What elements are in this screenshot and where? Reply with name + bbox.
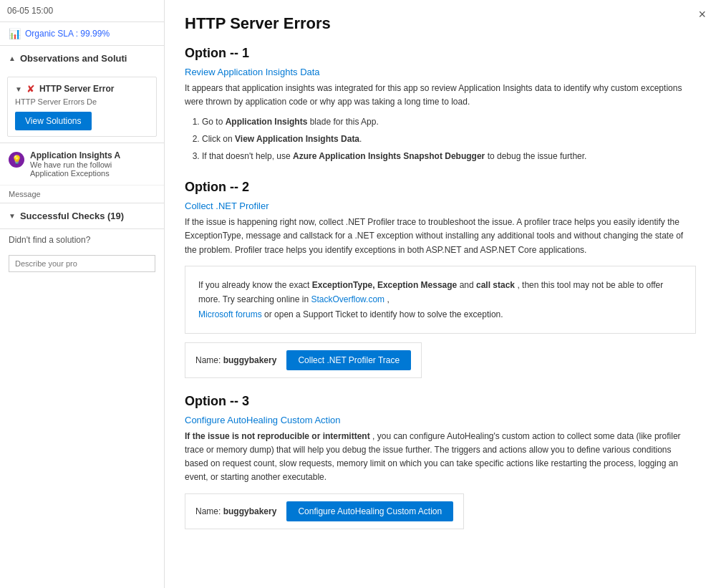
step3: If that doesn't help, use Azure Applicat…: [202, 149, 696, 165]
chart-icon: 📊: [9, 28, 21, 39]
callout-text-middle: and: [460, 280, 476, 290]
chevron-down-icon: ▼: [9, 212, 16, 220]
step1-bold: Application Insights: [226, 117, 308, 127]
microsoft-forums-link[interactable]: Microsoft forums: [198, 309, 262, 319]
successful-section[interactable]: ▼ Successful Checks (19): [0, 203, 164, 228]
describe-input[interactable]: [9, 255, 155, 272]
option3-section: Option -- 3 Configure AutoHealing Custom…: [185, 394, 696, 529]
insights-desc2: Application Exceptions: [30, 169, 120, 178]
view-solutions-button[interactable]: View Solutions: [15, 112, 92, 130]
option1-heading: Option -- 1: [185, 46, 696, 61]
http-error-desc: HTTP Server Errors De: [15, 97, 149, 106]
successful-label: Successful Checks (19): [20, 211, 124, 221]
option3-bold-part: If the issue is not reproducible or inte…: [185, 431, 370, 441]
option1-subtitle: Review Application Insights Data: [185, 67, 696, 77]
expand-chevron-icon[interactable]: ▼: [15, 85, 22, 93]
obs-title-row: ▼ ✘ HTTP Server Error: [15, 83, 149, 95]
option2-action-row: Name: buggybakery Collect .NET Profiler …: [185, 342, 422, 378]
sla-text: Organic SLA : 99.99%: [25, 29, 110, 39]
step2: Click on View Application Insights Data.: [202, 132, 696, 148]
insights-desc1: We have run the followi: [30, 160, 120, 169]
option2-heading: Option -- 2: [185, 180, 696, 195]
step2-bold: View Application Insights Data: [235, 134, 359, 144]
callout-text-before: If you already know the exact: [198, 280, 312, 290]
option1-steps: Go to Application Insights blade for thi…: [202, 115, 696, 164]
error-icon: ✘: [26, 83, 35, 95]
sla-bar: 📊 Organic SLA : 99.99%: [0, 22, 164, 45]
stackoverflow-link[interactable]: StackOverflow.com: [311, 294, 384, 304]
observations-label: Observations and Soluti: [20, 53, 127, 64]
right-panel: × HTTP Server Errors Option -- 1 Review …: [165, 0, 716, 588]
step1: Go to Application Insights blade for thi…: [202, 115, 696, 130]
observations-section-header[interactable]: ▲ Observations and Soluti: [0, 45, 164, 71]
callout-bold2: call stack: [476, 280, 515, 290]
collect-profiler-button[interactable]: Collect .NET Profiler Trace: [286, 350, 411, 370]
option3-heading: Option -- 3: [185, 394, 696, 409]
http-error-item: ▼ ✘ HTTP Server Error HTTP Server Errors…: [7, 77, 157, 137]
option2-section: Option -- 2 Collect .NET Profiler If the…: [185, 180, 696, 378]
option3-name-label: Name: buggybakery: [195, 506, 276, 516]
chevron-up-icon: ▲: [9, 54, 16, 62]
configure-autohealing-button[interactable]: Configure AutoHealing Custom Action: [286, 501, 453, 521]
option3-name-value: buggybakery: [223, 506, 277, 516]
option3-subtitle: Configure AutoHealing Custom Action: [185, 415, 696, 425]
option2-name-value: buggybakery: [223, 355, 277, 365]
panel-title: HTTP Server Errors: [185, 14, 696, 33]
option1-desc: It appears that application insights was…: [185, 82, 696, 109]
option2-subtitle: Collect .NET Profiler: [185, 201, 696, 211]
callout-bold1: ExceptionType, Exception Message: [312, 280, 458, 290]
insights-item: 💡 Application Insights A We have run the…: [0, 143, 164, 185]
step3-bold: Azure Application Insights Snapshot Debu…: [293, 151, 485, 161]
left-panel: 06-05 15:00 📊 Organic SLA : 99.99% ▲ Obs…: [0, 0, 165, 588]
option2-name-label: Name: buggybakery: [195, 355, 276, 365]
callout-comma: ,: [387, 294, 389, 304]
insights-title: Application Insights A: [30, 150, 120, 160]
callout-text-end: or open a Support Ticket to identify how…: [264, 309, 503, 319]
close-button[interactable]: ×: [698, 7, 706, 22]
insights-icon: 💡: [9, 152, 24, 168]
time-header: 06-05 15:00: [0, 0, 164, 22]
option1-section: Option -- 1 Review Application Insights …: [185, 46, 696, 164]
option3-action-row: Name: buggybakery Configure AutoHealing …: [185, 493, 464, 529]
message-label: Message: [9, 190, 41, 198]
insights-content: Application Insights A We have run the f…: [30, 150, 120, 178]
option2-desc: If the issue is happening right now, col…: [185, 216, 696, 257]
no-solution-text: Didn't find a solution?: [0, 228, 164, 251]
option3-desc: If the issue is not reproducible or inte…: [185, 430, 696, 485]
http-error-title: HTTP Server Error: [39, 84, 115, 94]
option2-callout: If you already know the exact ExceptionT…: [185, 266, 696, 334]
time-label: 06-05 15:00: [7, 6, 53, 16]
message-row: Message: [0, 185, 164, 203]
